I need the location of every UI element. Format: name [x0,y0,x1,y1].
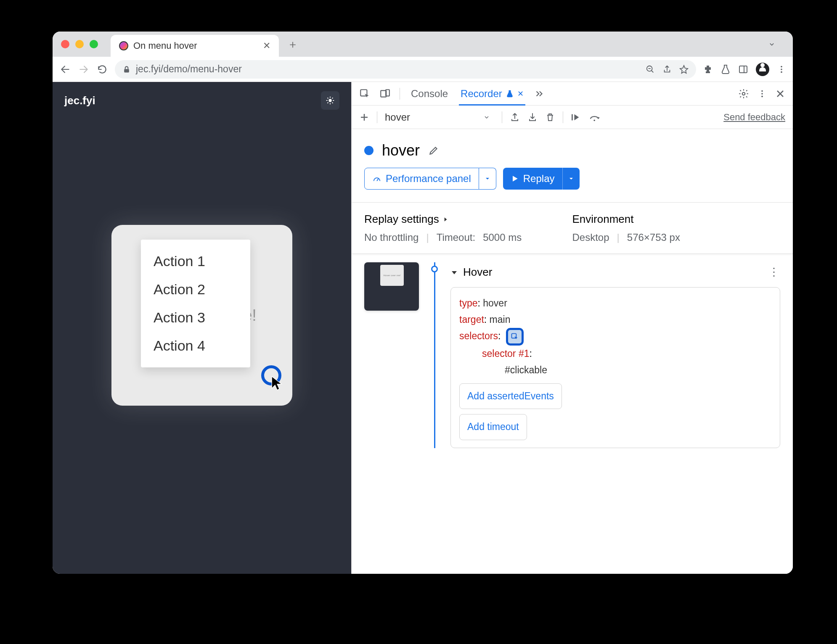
timeline-line [434,262,435,448]
tab-console[interactable]: Console [409,82,450,106]
performance-panel-group: Performance panel [364,168,496,190]
add-timeout-button[interactable]: Add timeout [459,414,527,440]
devtools-pane: Console Recorder ✕ hover [351,82,793,574]
throttling-value: No throttling [364,232,418,243]
recording-status-icon [364,146,373,155]
menu-item[interactable]: Action 4 [141,332,250,360]
edit-name-button[interactable] [428,145,439,156]
svg-line-13 [332,103,333,103]
svg-line-12 [327,98,328,98]
profile-avatar[interactable] [756,63,769,76]
step-more-button[interactable]: ⋮ [768,266,780,279]
address-bar-icons [646,65,689,74]
svg-line-15 [332,98,333,98]
menu-icon[interactable] [777,65,786,74]
export-icon[interactable] [510,112,520,122]
step-play-icon[interactable] [571,113,582,122]
tabs-dropdown-button[interactable] [768,40,776,48]
menu-item[interactable]: Action 1 [141,247,250,275]
svg-point-19 [742,92,745,95]
page-pane: jec.fyi Hover over me! Action 1 Action 2… [53,82,351,574]
site-title: jec.fyi [64,94,95,107]
panel-icon[interactable] [738,64,748,74]
step-over-icon[interactable] [589,113,601,122]
performance-panel-label: Performance panel [386,173,471,185]
svg-rect-0 [124,69,129,72]
replay-settings-label: Replay settings [364,213,439,226]
minimize-window-button[interactable] [75,40,84,48]
kebab-icon[interactable] [758,89,767,98]
action-buttons: Performance panel Replay [352,168,793,202]
timeline: Hover over me! Hover ⋮ type: hover [352,254,793,457]
traffic-lights [61,40,98,48]
svg-rect-23 [572,114,573,120]
prop-selector-val[interactable]: #clickable [505,364,547,375]
timeout-label: Timeout: [437,232,475,243]
step-header[interactable]: Hover ⋮ [450,262,780,287]
svg-point-7 [328,99,331,102]
close-tab-button[interactable]: ✕ [263,40,270,51]
share-icon[interactable] [662,65,672,74]
svg-point-21 [761,93,763,95]
recorder-body: hover Performance panel [352,129,793,574]
favicon-icon [119,41,128,50]
back-button[interactable] [59,63,71,75]
recording-select[interactable]: hover [385,111,494,123]
add-recording-button[interactable] [359,112,369,122]
browser-toolbar: jec.fyi/demo/menu-hover [53,57,793,82]
bookmark-icon[interactable] [679,65,689,74]
performance-dropdown-button[interactable] [479,168,496,190]
svg-point-22 [761,95,763,97]
address-bar[interactable]: jec.fyi/demo/menu-hover [115,60,696,79]
performance-panel-button[interactable]: Performance panel [364,168,479,190]
inspect-icon[interactable] [359,88,370,99]
more-tabs-icon[interactable] [535,89,544,98]
maximize-window-button[interactable] [90,40,98,48]
replay-settings-toggle[interactable]: Replay settings [364,213,572,226]
replay-dropdown-button[interactable] [562,168,580,190]
env-device: Desktop [572,232,609,243]
lock-icon [122,65,131,74]
close-devtools-icon[interactable] [775,89,785,99]
labs-icon[interactable] [720,64,731,74]
new-tab-button[interactable]: ＋ [287,37,298,52]
replay-button[interactable]: Replay [503,168,562,190]
send-feedback-link[interactable]: Send feedback [723,112,785,123]
recording-select-value: hover [385,111,410,123]
reload-button[interactable] [96,63,108,75]
gauge-icon [372,174,381,183]
pick-selector-button[interactable] [506,328,524,346]
menu-item[interactable]: Action 3 [141,304,250,332]
zoom-icon[interactable] [646,65,655,74]
svg-point-5 [781,69,782,70]
timeline-node-icon [431,266,438,272]
close-tab-recorder[interactable]: ✕ [517,89,524,98]
menu-item[interactable]: Action 2 [141,275,250,304]
svg-line-14 [327,103,328,103]
forward-button[interactable] [78,63,90,75]
environment-col: Environment Desktop | 576×753 px [572,213,781,243]
import-icon[interactable] [527,112,538,122]
prop-type-val[interactable]: hover [483,298,507,309]
tab-recorder[interactable]: Recorder ✕ [459,82,525,106]
theme-toggle-button[interactable] [321,91,339,110]
environment-label: Environment [572,213,781,226]
extensions-icon[interactable] [703,64,713,74]
devtools-tab-bar: Console Recorder ✕ [352,82,793,106]
svg-point-4 [781,66,782,67]
replay-settings-col: Replay settings No throttling | Timeout:… [364,213,572,243]
play-icon [511,174,519,183]
delete-icon[interactable] [545,112,555,122]
prop-target-val[interactable]: main [490,314,511,325]
close-window-button[interactable] [61,40,69,48]
browser-window: On menu hover ✕ ＋ jec.fyi/demo/menu-hove… [53,32,793,574]
step-thumbnail[interactable]: Hover over me! [364,262,419,311]
toolbar-icons [703,63,786,76]
thumb-card-icon: Hover over me! [380,265,404,286]
svg-point-6 [781,71,782,73]
browser-tab[interactable]: On menu hover ✕ [111,35,279,57]
settings-icon[interactable] [738,88,749,99]
recorder-toolbar: hover Send feedback [352,106,793,129]
add-asserted-events-button[interactable]: Add assertedEvents [459,383,562,409]
device-icon[interactable] [379,88,390,99]
